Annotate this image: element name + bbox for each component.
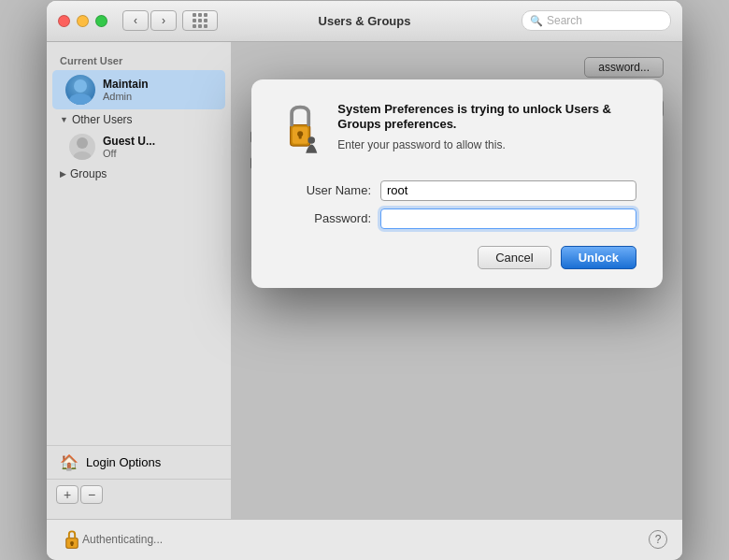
groups-header[interactable]: ▶ Groups — [47, 164, 231, 184]
unlock-dialog: System Preferences is trying to unlock U… — [251, 79, 663, 288]
maximize-button[interactable] — [95, 15, 107, 27]
password-row: Password: — [278, 208, 636, 229]
current-user-label: Current User — [47, 51, 231, 70]
username-input[interactable] — [380, 180, 636, 201]
remove-user-button[interactable]: − — [80, 485, 103, 504]
add-user-button[interactable]: + — [56, 485, 79, 504]
guest-info: Guest U... Off — [103, 135, 155, 159]
forward-button[interactable]: › — [150, 10, 177, 31]
login-options[interactable]: 🏠 Login Options — [47, 445, 231, 479]
groups-collapse-icon: ▶ — [60, 169, 66, 179]
content-area: Current User Maintain Admin ▼ — [47, 42, 682, 519]
dialog-form: User Name: Password: — [278, 180, 636, 229]
search-box[interactable]: 🔍 Search — [522, 10, 671, 31]
bottom-bar: Authenticating... ? — [47, 519, 682, 560]
guest-user-status: Off — [103, 148, 155, 159]
minimize-button[interactable] — [77, 15, 89, 27]
other-users-header[interactable]: ▼ Other Users — [47, 109, 231, 130]
password-label: Password: — [278, 211, 371, 225]
login-options-label: Login Options — [86, 455, 161, 469]
svg-point-1 — [69, 93, 92, 105]
current-user-role: Admin — [103, 91, 149, 102]
dialog-title: System Preferences is trying to unlock U… — [337, 102, 636, 134]
dialog-overlay: System Preferences is trying to unlock U… — [232, 42, 682, 519]
guest-avatar — [69, 134, 95, 160]
sidebar-bottom: 🏠 Login Options + − — [47, 445, 231, 510]
svg-rect-7 — [299, 134, 302, 138]
guest-user-item[interactable]: Guest U... Off — [47, 130, 231, 164]
svg-point-3 — [73, 151, 92, 160]
titlebar: ‹ › Users & Groups 🔍 Search — [47, 1, 682, 42]
guest-user-name: Guest U... — [103, 135, 155, 148]
main-window: ‹ › Users & Groups 🔍 Search Current User — [47, 1, 682, 560]
user-info: Maintain Admin — [103, 78, 149, 102]
unlock-button[interactable]: Unlock — [561, 246, 636, 269]
groups-label: Groups — [70, 167, 107, 180]
avatar-img — [65, 75, 95, 105]
search-icon: 🔍 — [530, 15, 543, 27]
username-row: User Name: — [278, 180, 636, 201]
traffic-lights — [58, 15, 107, 27]
main-content: assword... Contacts Card: Open... Allow … — [232, 42, 682, 519]
close-button[interactable] — [58, 15, 70, 27]
lock-icon-large — [278, 102, 322, 162]
grid-button[interactable] — [182, 10, 218, 31]
sidebar: Current User Maintain Admin ▼ — [47, 42, 232, 519]
back-button[interactable]: ‹ — [122, 10, 149, 31]
cancel-button[interactable]: Cancel — [478, 246, 550, 269]
username-label: User Name: — [278, 183, 371, 197]
svg-point-0 — [74, 79, 87, 93]
avatar — [65, 75, 95, 105]
dialog-buttons: Cancel Unlock — [278, 246, 636, 269]
collapse-icon: ▼ — [60, 115, 68, 124]
house-icon: 🏠 — [60, 453, 79, 471]
dialog-description: Enter your password to allow this. — [337, 138, 636, 151]
search-placeholder: Search — [547, 14, 582, 27]
lock-icon-small — [62, 529, 82, 550]
other-users-label: Other Users — [72, 113, 133, 126]
authenticating-text: Authenticating... — [82, 533, 163, 546]
current-user-name: Maintain — [103, 78, 149, 91]
sidebar-actions: + − — [47, 479, 231, 510]
current-user-item[interactable]: Maintain Admin — [52, 70, 225, 109]
password-input[interactable] — [380, 208, 636, 229]
svg-point-8 — [307, 136, 315, 144]
svg-point-2 — [77, 137, 88, 149]
dialog-text: System Preferences is trying to unlock U… — [337, 102, 636, 162]
svg-rect-12 — [71, 543, 73, 546]
help-button[interactable]: ? — [649, 530, 667, 549]
dialog-header: System Preferences is trying to unlock U… — [278, 102, 636, 162]
window-title: Users & Groups — [319, 14, 411, 28]
nav-buttons: ‹ › — [122, 10, 177, 31]
